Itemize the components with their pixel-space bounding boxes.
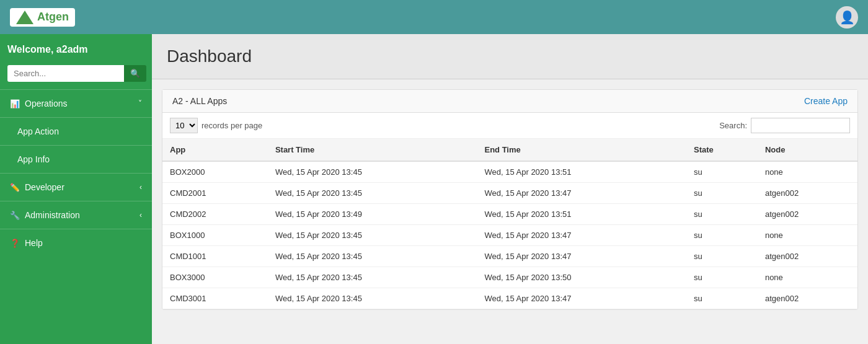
panel-title: A2 - ALL Apps <box>172 96 227 106</box>
table-row: BOX3000 Wed, 15 Apr 2020 13:45 Wed, 15 A… <box>162 267 857 288</box>
table-row: CMD1001 Wed, 15 Apr 2020 13:45 Wed, 15 A… <box>162 246 857 267</box>
cell-state: su <box>686 225 758 246</box>
sidebar-item-operations-label: Operations <box>25 99 67 108</box>
col-end-time: End Time <box>477 139 686 161</box>
cell-state: su <box>686 288 758 309</box>
administration-chevron-icon: ‹ <box>140 211 142 219</box>
logo[interactable]: Atgen <box>10 8 75 27</box>
cell-end-time: Wed, 15 Apr 2020 13:51 <box>477 204 686 225</box>
sidebar-item-administration[interactable]: 🔧 Administration ‹ <box>0 201 152 229</box>
apps-table: App Start Time End Time State Node BOX20… <box>162 139 857 309</box>
cell-node: atgen002 <box>758 204 857 225</box>
operations-chevron-icon: ˅ <box>138 99 142 108</box>
cell-end-time: Wed, 15 Apr 2020 13:50 <box>477 267 686 288</box>
sidebar-item-app-info-label: App Info <box>17 154 50 164</box>
table-row: CMD2001 Wed, 15 Apr 2020 13:45 Wed, 15 A… <box>162 183 857 204</box>
content-area: Dashboard A2 - ALL Apps Create App 10 25… <box>152 34 868 344</box>
developer-chevron-icon: ‹ <box>140 183 142 192</box>
cell-state: su <box>686 161 758 183</box>
records-per-page-area: 10 25 50 records per page <box>170 118 262 133</box>
sidebar-item-app-action-label: App Action <box>17 126 59 136</box>
col-start-time: Start Time <box>268 139 477 161</box>
cell-start-time: Wed, 15 Apr 2020 13:45 <box>268 183 477 204</box>
cell-start-time: Wed, 15 Apr 2020 13:45 <box>268 246 477 267</box>
cell-start-time: Wed, 15 Apr 2020 13:45 <box>268 288 477 309</box>
table-search-area: Search: <box>719 118 850 133</box>
page-title-bar: Dashboard <box>152 34 868 79</box>
user-icon: 👤 <box>839 10 855 25</box>
sidebar-item-help-label: Help <box>25 238 43 248</box>
cell-start-time: Wed, 15 Apr 2020 13:49 <box>268 204 477 225</box>
cell-app: CMD1001 <box>162 246 268 267</box>
developer-icon: ✏️ <box>10 183 20 192</box>
cell-node: atgen002 <box>758 246 857 267</box>
sidebar-item-help[interactable]: ❓ Help <box>0 229 152 257</box>
cell-app: CMD3001 <box>162 288 268 309</box>
cell-state: su <box>686 267 758 288</box>
cell-start-time: Wed, 15 Apr 2020 13:45 <box>268 225 477 246</box>
sidebar-item-operations[interactable]: 📊 Operations ˅ <box>0 89 152 117</box>
panel-toolbar: 10 25 50 records per page Search: <box>162 113 857 139</box>
table-search-input[interactable] <box>751 118 850 133</box>
col-node: Node <box>758 139 857 161</box>
search-input[interactable] <box>7 65 124 82</box>
cell-node: atgen002 <box>758 288 857 309</box>
cell-start-time: Wed, 15 Apr 2020 13:45 <box>268 267 477 288</box>
sidebar-item-app-action[interactable]: App Action <box>0 117 152 145</box>
records-per-page-select[interactable]: 10 25 50 <box>170 118 198 133</box>
table-row: BOX2000 Wed, 15 Apr 2020 13:45 Wed, 15 A… <box>162 161 857 183</box>
sidebar-item-developer[interactable]: ✏️ Developer ‹ <box>0 173 152 201</box>
cell-state: su <box>686 246 758 267</box>
cell-state: su <box>686 204 758 225</box>
cell-app: CMD2001 <box>162 183 268 204</box>
user-avatar[interactable]: 👤 <box>836 6 858 29</box>
logo-text: Atgen <box>37 11 69 24</box>
sidebar-item-developer-label: Developer <box>25 182 64 192</box>
sidebar: Welcome, a2adm 🔍 📊 Operations ˅ App Acti… <box>0 34 152 344</box>
help-icon: ❓ <box>10 239 20 248</box>
cell-end-time: Wed, 15 Apr 2020 13:47 <box>477 225 686 246</box>
table-row: CMD2002 Wed, 15 Apr 2020 13:49 Wed, 15 A… <box>162 204 857 225</box>
records-per-page-label: records per page <box>202 121 262 130</box>
cell-state: su <box>686 183 758 204</box>
cell-app: CMD2002 <box>162 204 268 225</box>
table-header-row: App Start Time End Time State Node <box>162 139 857 161</box>
cell-start-time: Wed, 15 Apr 2020 13:45 <box>268 161 477 183</box>
operations-icon: 📊 <box>10 99 20 108</box>
administration-icon: 🔧 <box>10 211 20 220</box>
panel-header: A2 - ALL Apps Create App <box>162 90 857 113</box>
logo-triangle-icon <box>16 11 33 24</box>
cell-node: atgen002 <box>758 183 857 204</box>
cell-end-time: Wed, 15 Apr 2020 13:47 <box>477 246 686 267</box>
cell-end-time: Wed, 15 Apr 2020 13:51 <box>477 161 686 183</box>
cell-app: BOX3000 <box>162 267 268 288</box>
cell-app: BOX1000 <box>162 225 268 246</box>
apps-panel: A2 - ALL Apps Create App 10 25 50 record… <box>162 89 858 310</box>
sidebar-search-area: 🔍 <box>0 61 152 89</box>
cell-node: none <box>758 267 857 288</box>
table-row: BOX1000 Wed, 15 Apr 2020 13:45 Wed, 15 A… <box>162 225 857 246</box>
top-header: Atgen 👤 <box>0 0 868 34</box>
search-button[interactable]: 🔍 <box>124 65 146 82</box>
sidebar-item-app-info[interactable]: App Info <box>0 145 152 173</box>
cell-app: BOX2000 <box>162 161 268 183</box>
page-title: Dashboard <box>167 46 853 66</box>
col-app: App <box>162 139 268 161</box>
col-state: State <box>686 139 758 161</box>
main-layout: Welcome, a2adm 🔍 📊 Operations ˅ App Acti… <box>0 34 868 344</box>
sidebar-welcome: Welcome, a2adm <box>0 34 152 61</box>
sidebar-item-administration-label: Administration <box>25 210 80 220</box>
cell-node: none <box>758 225 857 246</box>
cell-node: none <box>758 161 857 183</box>
table-row: CMD3001 Wed, 15 Apr 2020 13:45 Wed, 15 A… <box>162 288 857 309</box>
cell-end-time: Wed, 15 Apr 2020 13:47 <box>477 288 686 309</box>
dashboard-content: A2 - ALL Apps Create App 10 25 50 record… <box>152 79 868 320</box>
cell-end-time: Wed, 15 Apr 2020 13:47 <box>477 183 686 204</box>
create-app-link[interactable]: Create App <box>804 96 848 106</box>
table-search-label: Search: <box>719 121 747 130</box>
